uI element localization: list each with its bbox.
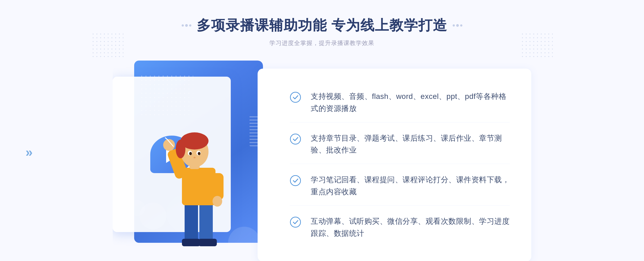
illustration-card [113,61,263,253]
svg-point-20 [290,92,301,102]
decorative-dots-left [91,32,123,59]
dot [189,24,191,27]
header-dots-left [182,24,191,27]
check-icon-3 [290,175,301,186]
header-dots-right [453,24,462,27]
svg-point-12 [176,140,185,158]
page-title: 多项录播课辅助功能 专为线上教学打造 [197,16,447,35]
svg-point-17 [193,157,196,158]
svg-point-23 [290,217,301,227]
dot [460,24,462,27]
check-icon-2 [290,133,301,145]
feature-item-4: 互动弹幕、试听购买、微信分享、观看次数限制、学习进度跟踪、数据统计 [290,208,510,247]
dot [185,24,188,27]
feature-text-3: 学习笔记回看、课程提问、课程评论打分、课件资料下载，重点内容收藏 [311,174,510,198]
deco-semicircle [228,227,260,243]
dot [182,24,184,27]
svg-point-22 [290,176,301,186]
dot [456,24,459,27]
check-icon-4 [290,217,301,228]
feature-text-4: 互动弹幕、试听购买、微信分享、观看次数限制、学习进度跟踪、数据统计 [311,215,510,240]
decorative-dots-right [521,32,553,59]
feature-item-2: 支持章节目录、弹题考试、课后练习、课后作业、章节测验、批改作业 [290,125,510,164]
svg-point-7 [213,196,222,207]
feature-text-1: 支持视频、音频、flash、word、excel、ppt、pdf等各种格式的资源… [311,91,510,115]
svg-rect-0 [185,200,198,243]
svg-rect-6 [211,173,224,200]
check-icon-1 [290,92,301,103]
chevron-decoration: » [25,145,33,159]
dot [453,24,455,27]
page-subtitle: 学习进度全掌握，提升录播课教学效果 [182,39,462,47]
title-wrapper: 多项录播课辅助功能 专为线上教学打造 [182,16,462,35]
svg-rect-2 [182,239,200,246]
svg-line-19 [165,138,167,140]
svg-point-16 [198,152,200,155]
main-content: 支持视频、音频、flash、word、excel、ppt、pdf等各种格式的资源… [113,61,531,256]
svg-point-21 [290,134,301,144]
person-illustration [158,114,233,253]
page-header: 多项录播课辅助功能 专为线上教学打造 学习进度全掌握，提升录播课教学效果 [182,16,462,47]
feature-text-2: 支持章节目录、弹题考试、课后练习、课后作业、章节测验、批改作业 [311,132,510,156]
features-panel: 支持视频、音频、flash、word、excel、ppt、pdf等各种格式的资源… [258,69,531,261]
svg-rect-1 [199,200,213,243]
feature-item-1: 支持视频、音频、flash、word、excel、ppt、pdf等各种格式的资源… [290,83,510,122]
page-wrapper: » 多项录播课辅助功能 专为线上教学打造 学习进度全掌握，提升录播课教学效果 [0,0,644,261]
svg-rect-3 [199,239,217,246]
svg-point-15 [189,152,192,155]
feature-item-3: 学习笔记回看、课程提问、课程评论打分、课件资料下载，重点内容收藏 [290,166,510,206]
